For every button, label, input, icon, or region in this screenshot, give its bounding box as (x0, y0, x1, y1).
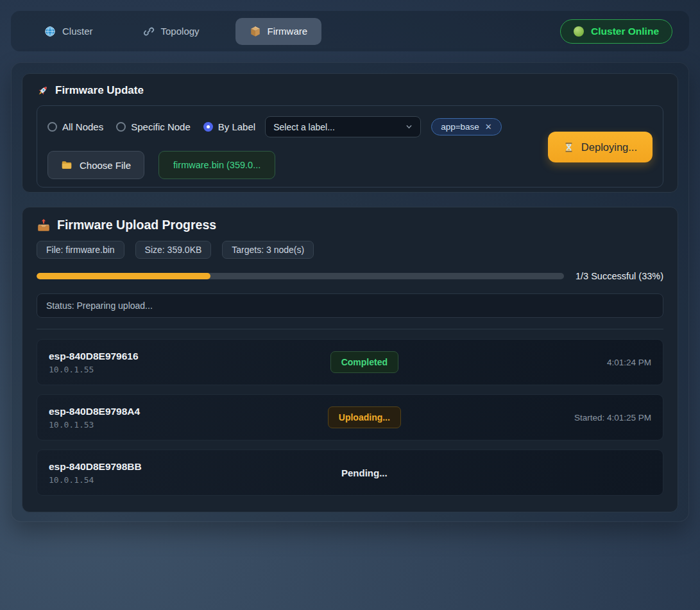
file-info-badge: File: firmware.bin (37, 241, 124, 259)
hourglass-icon (563, 142, 574, 153)
node-ip: 10.0.1.54 (49, 475, 269, 485)
progress-fill (37, 273, 210, 279)
globe-icon (44, 26, 56, 37)
select-placeholder: Select a label... (273, 122, 335, 132)
progress-label: 1/3 Successful (33%) (576, 271, 663, 281)
radio-label: Specific Node (131, 121, 191, 132)
rocket-icon (37, 85, 49, 97)
upload-progress-title: Firmware Upload Progress (37, 218, 663, 232)
node-time: 4:01:24 PM (460, 358, 651, 367)
node-identity: esp-840D8E9798A4 10.0.1.53 (49, 406, 269, 430)
label-tag: app=base ✕ (431, 118, 502, 135)
tab-firmware[interactable]: Firmware (235, 18, 322, 45)
node-status-cell: Pending... (269, 467, 460, 478)
node-name: esp-840D8E9798BB (49, 461, 269, 473)
radio-icon (116, 122, 126, 132)
label-tag-text: app=base (441, 122, 479, 132)
card-title-text: Firmware Upload Progress (57, 218, 216, 232)
node-name: esp-840D8E9798A4 (49, 406, 269, 417)
radio-icon (203, 122, 213, 132)
tab-label: Firmware (268, 26, 308, 37)
node-status-cell: Uploading... (269, 406, 460, 428)
node-row: esp-840D8E9798BB 10.0.1.54 Pending... (37, 449, 663, 496)
radio-specific-node[interactable]: Specific Node (116, 121, 191, 132)
radio-icon (47, 122, 57, 132)
node-time: Started: 4:01:25 PM (460, 413, 651, 423)
firmware-update-title: Firmware Update (37, 84, 663, 97)
green-dot-icon (574, 26, 584, 37)
upload-meta-badges: File: firmware.bin Size: 359.0KB Targets… (37, 241, 663, 259)
firmware-update-card: Firmware Update All Nodes Specific Node … (22, 73, 678, 193)
deploy-button-label: Deploying... (581, 141, 637, 153)
node-status-badge: Uploading... (328, 406, 401, 428)
progress-bar (37, 273, 564, 279)
top-navbar: Cluster Topology Firmware (11, 11, 689, 51)
node-list: esp-840D8E979616 10.0.1.55 Completed 4:0… (37, 339, 663, 496)
node-row: esp-840D8E9798A4 10.0.1.53 Uploading... … (37, 394, 663, 440)
size-info-badge: Size: 359.0KB (135, 241, 212, 259)
tab-cluster[interactable]: Cluster (30, 18, 107, 45)
status-box: Status: Preparing upload... (37, 293, 663, 318)
node-name: esp-840D8E979616 (49, 351, 269, 362)
deploy-form: All Nodes Specific Node By Label Select … (37, 105, 663, 187)
tab-topology[interactable]: Topology (129, 18, 214, 45)
package-icon (250, 26, 261, 37)
targets-info-badge: Targets: 3 node(s) (222, 241, 314, 259)
tab-label: Topology (161, 26, 200, 37)
node-ip: 10.0.1.53 (49, 420, 269, 430)
radio-by-label[interactable]: By Label (203, 121, 255, 132)
progress-row: 1/3 Successful (33%) (37, 271, 663, 281)
close-icon[interactable]: ✕ (485, 122, 492, 132)
selected-file-badge: firmware.bin (359.0... (158, 151, 275, 179)
radio-label: By Label (218, 121, 255, 132)
card-title-text: Firmware Update (55, 84, 144, 97)
tab-label: Cluster (62, 26, 93, 37)
node-status-cell: Completed (269, 351, 460, 373)
node-ip: 10.0.1.55 (49, 365, 269, 374)
selected-file-text: firmware.bin (359.0... (173, 160, 260, 170)
upload-progress-card: Firmware Upload Progress File: firmware.… (22, 207, 678, 512)
cluster-status-badge: Cluster Online (560, 19, 672, 44)
label-select[interactable]: Select a label... (265, 116, 421, 137)
chevron-down-icon (405, 123, 413, 130)
deploy-button[interactable]: Deploying... (548, 132, 653, 162)
cluster-status-label: Cluster Online (591, 26, 659, 37)
choose-file-button[interactable]: Choose File (47, 151, 144, 179)
radio-label: All Nodes (62, 121, 103, 132)
node-row: esp-840D8E979616 10.0.1.55 Completed 4:0… (37, 339, 663, 385)
upload-tray-icon (37, 218, 51, 232)
node-status-badge: Pending... (341, 467, 388, 478)
choose-file-label: Choose File (80, 160, 131, 171)
nav-tabs: Cluster Topology Firmware (30, 18, 321, 45)
folder-icon (61, 159, 73, 171)
node-identity: esp-840D8E979616 10.0.1.55 (49, 351, 269, 374)
divider (37, 329, 663, 329)
node-identity: esp-840D8E9798BB 10.0.1.54 (49, 461, 269, 485)
link-icon (143, 26, 155, 37)
main-panel: Firmware Update All Nodes Specific Node … (11, 62, 689, 522)
node-status-badge: Completed (330, 351, 398, 373)
radio-all-nodes[interactable]: All Nodes (47, 121, 103, 132)
